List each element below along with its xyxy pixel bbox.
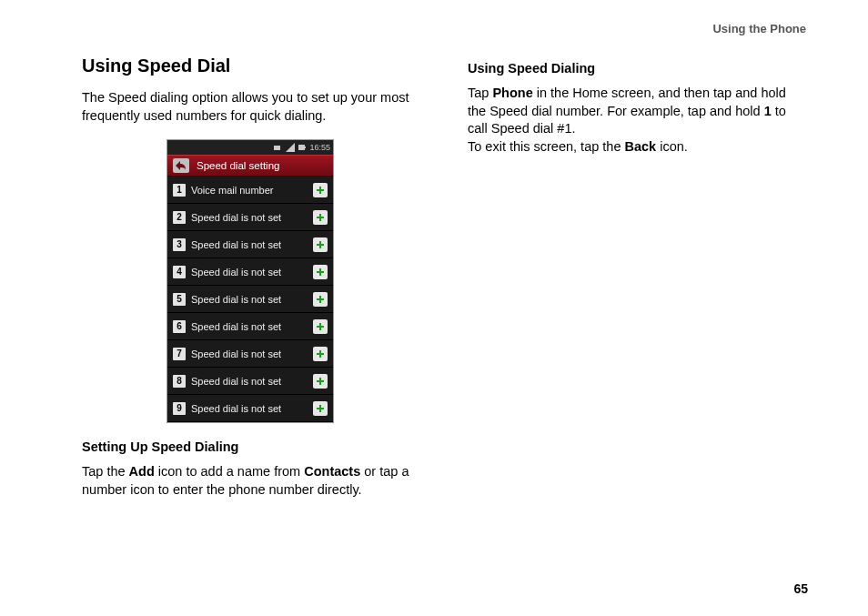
- row-label: Voice mail number: [191, 185, 308, 196]
- text-fragment: icon.: [656, 139, 688, 154]
- row-label: Speed dial is not set: [191, 212, 308, 223]
- text-bold-contacts: Contacts: [304, 464, 360, 479]
- phone-title-text: Speed dial setting: [197, 160, 279, 171]
- speed-dial-row[interactable]: 5Speed dial is not set: [167, 286, 333, 313]
- subsection-paragraph: Tap the Add icon to add a name from Cont…: [82, 463, 419, 499]
- text-fragment: Tap the: [82, 464, 129, 479]
- svg-rect-9: [317, 244, 324, 246]
- add-icon[interactable]: [313, 183, 328, 197]
- status-icon: [274, 143, 283, 152]
- text-bold-phone: Phone: [492, 86, 532, 100]
- number-icon[interactable]: 3: [173, 238, 186, 251]
- page-number: 65: [793, 581, 808, 596]
- speed-dial-row[interactable]: 8Speed dial is not set: [167, 368, 333, 395]
- svg-rect-21: [317, 408, 324, 409]
- svg-rect-0: [274, 146, 280, 150]
- number-icon[interactable]: 4: [173, 266, 186, 278]
- svg-rect-19: [317, 380, 324, 382]
- section-title: Using Speed Dial: [82, 56, 419, 76]
- intro-paragraph: The Speed dialing option allows you to s…: [82, 89, 419, 125]
- number-icon[interactable]: 7: [173, 348, 186, 360]
- svg-rect-7: [317, 217, 324, 218]
- add-icon[interactable]: [313, 319, 328, 334]
- page-header: Using the Phone: [82, 22, 813, 35]
- phone-screenshot: 16:55 Speed dial setting 1Voice mail num…: [82, 139, 419, 423]
- row-label: Speed dial is not set: [191, 376, 308, 387]
- add-icon[interactable]: [313, 237, 328, 252]
- left-column: Using Speed Dial The Speed dialing optio…: [82, 56, 419, 513]
- svg-rect-15: [317, 326, 324, 328]
- speed-dial-row[interactable]: 7Speed dial is not set: [167, 340, 333, 368]
- speed-dial-row[interactable]: 4Speed dial is not set: [167, 258, 333, 286]
- subsection-heading: Setting Up Speed Dialing: [82, 439, 419, 454]
- row-label: Speed dial is not set: [191, 348, 308, 359]
- speed-dial-row[interactable]: 9Speed dial is not set: [167, 395, 333, 422]
- svg-rect-17: [317, 353, 324, 355]
- add-icon[interactable]: [313, 401, 328, 416]
- number-icon[interactable]: 5: [173, 293, 186, 306]
- add-icon[interactable]: [313, 265, 328, 279]
- text-bold-one: 1: [764, 104, 772, 118]
- speed-dial-list: 1Voice mail number2Speed dial is not set…: [167, 177, 333, 422]
- text-fragment: icon to add a name from: [155, 464, 304, 479]
- number-icon[interactable]: 9: [173, 402, 186, 415]
- right-paragraph: Tap Phone in the Home screen, and then t…: [468, 85, 804, 156]
- speed-dial-row[interactable]: 3Speed dial is not set: [167, 231, 333, 258]
- text-bold-back: Back: [624, 139, 656, 154]
- row-label: Speed dial is not set: [191, 267, 308, 278]
- svg-rect-2: [298, 145, 305, 150]
- signal-icon: [286, 143, 295, 152]
- svg-rect-5: [317, 189, 324, 191]
- text-bold-add: Add: [129, 464, 155, 479]
- phone-status-bar: 16:55: [167, 140, 333, 155]
- back-icon[interactable]: [173, 158, 189, 173]
- svg-marker-1: [286, 143, 295, 152]
- right-column: Using Speed Dialing Tap Phone in the Hom…: [468, 56, 804, 513]
- text-fragment: Tap: [468, 86, 492, 100]
- battery-icon: [298, 143, 307, 152]
- row-label: Speed dial is not set: [191, 321, 308, 332]
- number-icon[interactable]: 8: [173, 375, 186, 388]
- speed-dial-row[interactable]: 2Speed dial is not set: [167, 204, 333, 231]
- row-label: Speed dial is not set: [191, 403, 308, 414]
- phone-title-bar[interactable]: Speed dial setting: [167, 155, 333, 177]
- svg-rect-3: [305, 146, 306, 148]
- add-icon[interactable]: [313, 347, 328, 361]
- number-icon[interactable]: 1: [173, 184, 186, 197]
- svg-rect-11: [317, 271, 324, 273]
- content-columns: Using Speed Dial The Speed dialing optio…: [82, 56, 813, 513]
- svg-rect-13: [317, 298, 324, 300]
- speed-dial-row[interactable]: 1Voice mail number: [167, 177, 333, 204]
- phone-frame: 16:55 Speed dial setting 1Voice mail num…: [167, 139, 334, 423]
- add-icon[interactable]: [313, 210, 328, 225]
- number-icon[interactable]: 2: [173, 211, 186, 224]
- row-label: Speed dial is not set: [191, 239, 308, 250]
- speed-dial-row[interactable]: 6Speed dial is not set: [167, 313, 333, 340]
- status-time: 16:55: [309, 143, 330, 152]
- row-label: Speed dial is not set: [191, 294, 308, 305]
- add-icon[interactable]: [313, 374, 328, 389]
- number-icon[interactable]: 6: [173, 320, 186, 333]
- text-fragment: To exit this screen, tap the: [468, 139, 624, 154]
- right-heading: Using Speed Dialing: [468, 61, 804, 76]
- add-icon[interactable]: [313, 292, 328, 307]
